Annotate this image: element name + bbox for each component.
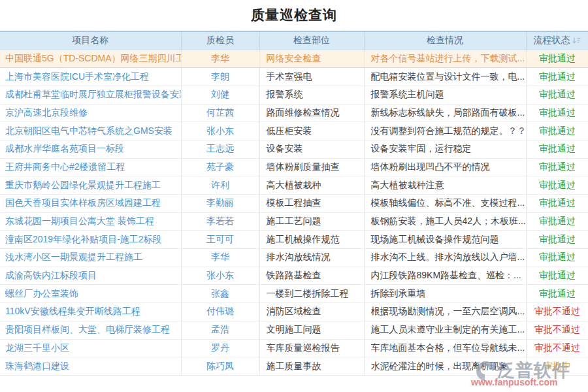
table-row[interactable]: 北京朝阳区电气中芯特气系统之GMS安装张小东低压柜安装没有调整到符合施工规范的规… bbox=[0, 122, 588, 140]
cell-project-name[interactable]: 成都杜甫草堂临时展厅独立展柜报警设备安装项 bbox=[0, 86, 181, 104]
cell-inspector: 许利 bbox=[181, 176, 259, 195]
cell-inspection-part: 文明施工问题 bbox=[259, 321, 364, 339]
cell-inspection-situation: 车库地面基本合格，但车位导航线未... bbox=[364, 339, 526, 357]
cell-inspection-part: 铁路路基检查 bbox=[259, 267, 364, 285]
cell-flow-status: 审批通过 bbox=[526, 140, 588, 158]
cell-flow-status: 审批通过 bbox=[526, 195, 588, 213]
cell-inspection-part: 墙体粉刷质量抽查 bbox=[259, 158, 364, 176]
cell-inspector: 李朗 bbox=[181, 68, 259, 86]
column-header-label: 质检员 bbox=[206, 35, 234, 45]
column-header-label: 项目名称 bbox=[72, 35, 108, 45]
cell-project-name[interactable]: 潼南区2019年绿化补贴项目-施工2标段 bbox=[0, 231, 181, 249]
cell-flow-status: 审批通过 bbox=[526, 104, 588, 122]
column-header-inspector[interactable]: 质检员 bbox=[181, 31, 259, 50]
cell-project-name[interactable]: 成渝高铁内江标段项目 bbox=[0, 267, 181, 285]
cell-project-name[interactable]: 北京朝阳区电气中芯特气系统之GMS安装 bbox=[0, 122, 181, 140]
cell-flow-status: 审批通过 bbox=[526, 212, 588, 231]
cell-project-name[interactable]: 成都水岸华庭名苑项目一标段 bbox=[0, 140, 181, 158]
cell-inspection-part: 施工机械操作规范 bbox=[259, 231, 364, 249]
inspection-table: 项目名称 质检员 检查部位 检查情况 流程状态 中国联通5G（TD-SCDMA）… bbox=[0, 31, 588, 376]
table-row[interactable]: 螺丝厂办公室装饰张鑫一楼到二楼拆除工程拆除到承重墙审批通过 bbox=[0, 285, 588, 303]
table-row[interactable]: 王府井商务中心#2楼遗留工程苑子豪墙体粉刷质量抽查墙体粉刷出现凹凸不平的情况审批… bbox=[0, 158, 588, 176]
cell-flow-status: 审批通过 bbox=[526, 249, 588, 267]
cell-inspection-part: 设备安装 bbox=[259, 140, 364, 158]
table-row[interactable]: 110kV安徽线程集变开断线路工程付伟璐消防区域检查根据现场勘测情况，一至六层空… bbox=[0, 303, 588, 321]
cell-project-name[interactable]: 浅水湾小区一期景观提升工程施工 bbox=[0, 249, 181, 267]
cell-inspection-part: 高大植被栽种 bbox=[259, 176, 364, 195]
cell-project-name[interactable]: 京沪高速北京段维修 bbox=[0, 104, 181, 122]
cell-flow-status: 审批不通过 bbox=[526, 339, 588, 357]
cell-inspection-situation: 拆除到承重墙 bbox=[364, 285, 526, 303]
cell-inspector: 陈巧凤 bbox=[181, 357, 259, 376]
cell-flow-status: 审批通过 bbox=[526, 86, 588, 104]
cell-inspector: 李勤丽 bbox=[181, 195, 259, 213]
table-row[interactable]: 成都水岸华庭名苑项目一标段王志远设备安装设备安装牢固，运行稳定审批通过 bbox=[0, 140, 588, 158]
column-header-situation[interactable]: 检查情况 bbox=[364, 31, 526, 50]
cell-inspector: 刘健 bbox=[181, 86, 259, 104]
table-row[interactable]: 成渝高铁内江标段项目张小东铁路路基检查内江段铁路89KM路基检查、巡检：...审… bbox=[0, 267, 588, 285]
cell-flow-status: 审批通过 bbox=[526, 231, 588, 249]
cell-inspection-situation: 报警系统主机问题 bbox=[364, 86, 526, 104]
cell-inspection-situation: 根据现场勘测情况，一至六层空调风... bbox=[364, 303, 526, 321]
column-header-project[interactable]: 项目名称 bbox=[0, 31, 181, 50]
page-title: 质量巡检查询 bbox=[0, 6, 588, 24]
table-row[interactable]: 国色天香项目实体样板房区域园建工程李勤丽模板工程抽查模板轴线偏位、标高不准、支模… bbox=[0, 195, 588, 213]
cell-inspection-part: 施工工艺问题 bbox=[259, 212, 364, 231]
cell-flow-status: 审批不通过 bbox=[526, 321, 588, 339]
cell-project-name[interactable]: 重庆市鹅岭公园绿化景观提升工程施工 bbox=[0, 176, 181, 195]
table-row[interactable]: 贵阳项目样板间、大堂、电梯厅装修工程孟浩文明施工问题施工人员未遵守业主制定的有关… bbox=[0, 321, 588, 339]
cell-project-name[interactable]: 110kV安徽线程集变开断线路工程 bbox=[0, 303, 181, 321]
table-row[interactable]: 京沪高速北京段维修何芷茜路面维修检查情况新线标志标线缺失，局部路面有破板...审… bbox=[0, 104, 588, 122]
cell-inspector: 付伟璐 bbox=[181, 303, 259, 321]
cell-inspection-part: 施工质量事故 bbox=[259, 357, 364, 376]
cell-inspection-situation: 墙体粉刷出现凹凸不平的情况 bbox=[364, 158, 526, 176]
cell-project-name[interactable]: 国色天香项目实体样板房区域园建工程 bbox=[0, 195, 181, 213]
cell-inspection-part: 手术室强电 bbox=[259, 68, 364, 86]
cell-project-name[interactable]: 上海市美容医院ICU手术室净化工程 bbox=[0, 68, 181, 86]
cell-inspection-part: 网络安全检查 bbox=[259, 50, 364, 68]
table-row[interactable]: 东城花园一期项目公寓大堂 装饰工程李若若施工工艺问题板钢筋安装，施工人员42人；… bbox=[0, 212, 588, 231]
cell-inspection-part: 排水沟放线情况 bbox=[259, 249, 364, 267]
table-row[interactable]: 上海市美容医院ICU手术室净化工程李朗手术室强电配电箱安装位置与设计文件一致，电… bbox=[0, 68, 588, 86]
cell-flow-status: 审批通过 bbox=[526, 122, 588, 140]
cell-inspection-part: 路面维修检查情况 bbox=[259, 104, 364, 122]
cell-inspection-situation: 施工人员未遵守业主制定的有关施工... bbox=[364, 321, 526, 339]
table-row[interactable]: 成都杜甫草堂临时展厅独立展柜报警设备安装项刘健报警系统报警系统主机问题审批通过 bbox=[0, 86, 588, 104]
column-header-part[interactable]: 检查部位 bbox=[259, 31, 364, 50]
cell-project-name[interactable]: 王府井商务中心#2楼遗留工程 bbox=[0, 158, 181, 176]
cell-project-name[interactable]: 中国联通5G（TD-SCDMA）网络三期四川工程 bbox=[0, 50, 181, 68]
table-row[interactable]: 龙湖三千里小区罗丹车库质量巡检报告车库地面基本合格，但车位导航线未...审批不通… bbox=[0, 339, 588, 357]
cell-inspector: 罗丹 bbox=[181, 339, 259, 357]
cell-inspector: 李华 bbox=[181, 249, 259, 267]
cell-inspection-situation: 设备安装牢固，运行稳定 bbox=[364, 140, 526, 158]
cell-inspector: 张小东 bbox=[181, 122, 259, 140]
cell-project-name[interactable]: 珠海鹤港口建设 bbox=[0, 357, 181, 376]
cell-project-name[interactable]: 贵阳项目样板间、大堂、电梯厅装修工程 bbox=[0, 321, 181, 339]
cell-inspector: 孟浩 bbox=[181, 321, 259, 339]
cell-flow-status: 审批通过 bbox=[526, 285, 588, 303]
cell-inspection-part: 消防区域检查 bbox=[259, 303, 364, 321]
cell-inspection-part: 报警系统 bbox=[259, 86, 364, 104]
cell-inspection-part: 低压柜安装 bbox=[259, 122, 364, 140]
cell-flow-status: 审批通过 bbox=[526, 68, 588, 86]
cell-inspector: 李若若 bbox=[181, 212, 259, 231]
cell-project-name[interactable]: 东城花园一期项目公寓大堂 装饰工程 bbox=[0, 212, 181, 231]
column-header-label: 流程状态 bbox=[533, 35, 570, 45]
cell-inspector: 王可可 bbox=[181, 231, 259, 249]
table-row[interactable]: 重庆市鹅岭公园绿化景观提升工程施工许利高大植被栽种高大植被栽种注意审批通过 bbox=[0, 176, 588, 195]
cell-flow-status: 审批中 bbox=[526, 357, 588, 376]
cell-project-name[interactable]: 螺丝厂办公室装饰 bbox=[0, 285, 181, 303]
cell-inspection-situation: 高大植被栽种注意 bbox=[364, 176, 526, 195]
cell-project-name[interactable]: 龙湖三千里小区 bbox=[0, 339, 181, 357]
table-row[interactable]: 中国联通5G（TD-SCDMA）网络三期四川工程李华网络安全检查对各个信号基站进… bbox=[0, 50, 588, 68]
table-row[interactable]: 珠海鹤港口建设陈巧凤施工质量事故水泥砼灌注的时候，出现离析现象审批中 bbox=[0, 357, 588, 376]
column-header-status[interactable]: 流程状态 bbox=[526, 31, 588, 50]
sort-descending-icon[interactable] bbox=[572, 36, 581, 46]
cell-flow-status: 审批通过 bbox=[526, 176, 588, 195]
cell-inspection-situation: 排水沟不上线。排水沟放线以入户墙... bbox=[364, 249, 526, 267]
table-row[interactable]: 浅水湾小区一期景观提升工程施工李华排水沟放线情况排水沟不上线。排水沟放线以入户墙… bbox=[0, 249, 588, 267]
cell-inspector: 张鑫 bbox=[181, 285, 259, 303]
cell-flow-status: 审批通过 bbox=[526, 50, 588, 68]
cell-inspector: 李华 bbox=[181, 50, 259, 68]
table-row[interactable]: 潼南区2019年绿化补贴项目-施工2标段王可可施工机械操作规范现场施工机械设备操… bbox=[0, 231, 588, 249]
